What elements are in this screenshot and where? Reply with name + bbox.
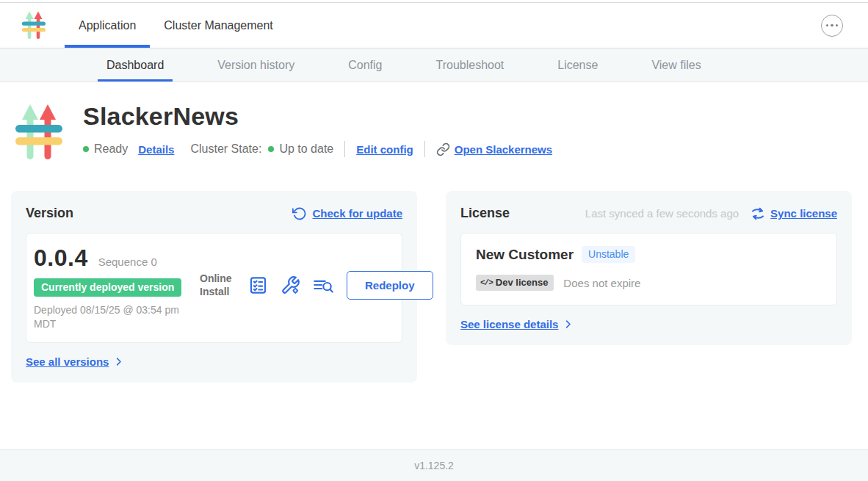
cluster-state-value: Up to date <box>279 142 333 156</box>
app-status-dot <box>83 146 89 152</box>
license-card-title: License <box>460 206 510 221</box>
app-status-row: Ready Details Cluster State: Up to date … <box>83 141 552 157</box>
deployed-badge: Currently deployed version <box>34 278 181 297</box>
deployed-timestamp: Deployed 08/15/25 @ 03:54 pm MDT <box>34 303 187 331</box>
sync-license-link[interactable]: Sync license <box>770 207 837 220</box>
app-subnav: Dashboard Version history Config Trouble… <box>0 48 868 82</box>
license-type-badge: </> Dev license <box>476 275 554 291</box>
tab-dashboard[interactable]: Dashboard <box>98 48 173 82</box>
dashboard-main: SlackerNews Ready Details Cluster State:… <box>0 82 868 449</box>
page-title: SlackerNews <box>83 102 552 131</box>
tab-troubleshoot[interactable]: Troubleshoot <box>427 48 513 82</box>
tab-license[interactable]: License <box>549 48 607 82</box>
more-menu-icon[interactable] <box>821 15 843 37</box>
version-number: 0.0.4 <box>34 245 88 272</box>
dashboard-cards: Version Check for update 0.0.4 Sequence … <box>0 191 868 383</box>
license-expiry-text: Does not expire <box>563 277 640 289</box>
version-card: Version Check for update 0.0.4 Sequence … <box>11 191 417 383</box>
version-action-icons <box>248 275 334 295</box>
check-for-update-label: Check for update <box>312 207 402 220</box>
header-right <box>821 3 868 48</box>
view-files-icon[interactable] <box>313 275 334 295</box>
edit-config-link[interactable]: Edit config <box>356 143 413 156</box>
see-all-versions-label: See all versions <box>26 355 109 368</box>
chain-link-icon <box>436 142 450 156</box>
console-version-text: v1.125.2 <box>414 460 454 471</box>
last-synced-text: Last synced a few seconds ago <box>585 207 739 220</box>
sequence-label: Sequence 0 <box>98 256 157 268</box>
check-for-update-link[interactable]: Check for update <box>292 206 402 221</box>
version-card-title: Version <box>26 206 73 221</box>
license-type-label: Dev license <box>496 277 549 288</box>
tab-cluster-management[interactable]: Cluster Management <box>150 3 287 48</box>
license-info-panel: New Customer Unstable </> Dev license Do… <box>460 233 837 305</box>
tab-view-files[interactable]: View files <box>643 48 709 82</box>
see-all-versions-link[interactable]: See all versions <box>26 355 402 368</box>
status-divider <box>424 141 425 157</box>
console-footer: v1.125.2 <box>0 449 868 481</box>
customer-name: New Customer <box>476 247 574 263</box>
slackernews-logo-icon <box>21 10 47 41</box>
preflight-checks-icon[interactable] <box>248 275 268 295</box>
install-type-label: Online Install <box>200 272 236 298</box>
current-version-panel: 0.0.4 Sequence 0 Currently deployed vers… <box>26 233 402 343</box>
see-license-details-label: See license details <box>460 318 558 330</box>
chevron-right-icon <box>113 356 124 367</box>
chevron-right-icon <box>563 319 574 330</box>
app-header-block: SlackerNews Ready Details Cluster State:… <box>0 102 868 164</box>
see-license-details-link[interactable]: See license details <box>460 318 837 330</box>
status-details-link[interactable]: Details <box>138 143 174 156</box>
tab-application[interactable]: Application <box>65 3 150 48</box>
redeploy-button[interactable]: Redeploy <box>347 271 433 300</box>
cluster-state-dot <box>268 146 274 152</box>
channel-badge: Unstable <box>582 246 635 263</box>
main-header: Application Cluster Management <box>0 3 868 48</box>
open-app-link[interactable]: Open Slackernews <box>436 142 552 156</box>
app-logo-small <box>0 3 65 48</box>
sync-arrows-icon <box>751 206 765 221</box>
refresh-icon <box>292 206 307 221</box>
app-status-text: Ready <box>94 142 128 156</box>
tab-version-history[interactable]: Version history <box>209 48 303 82</box>
status-divider <box>344 141 345 157</box>
license-card: License Last synced a few seconds ago Sy… <box>446 191 852 345</box>
cluster-state-label: Cluster State: <box>190 142 261 156</box>
header-tabs: Application Cluster Management <box>65 3 287 48</box>
open-app-label: Open Slackernews <box>455 143 552 156</box>
code-icon: </> <box>480 278 493 287</box>
slackernews-logo-icon-large <box>15 102 63 164</box>
configure-wrench-icon[interactable] <box>281 275 300 295</box>
tab-config[interactable]: Config <box>339 48 391 82</box>
